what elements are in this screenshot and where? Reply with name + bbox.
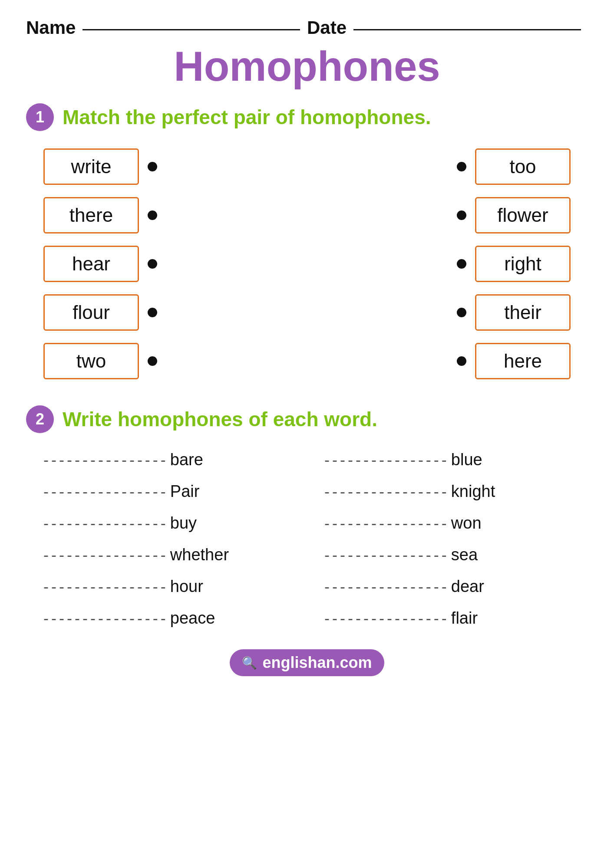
list-item: - - - - - - - - - - - - - - - - dear	[324, 577, 571, 596]
dashes: - - - - - - - - - - - - - - - -	[43, 483, 165, 501]
word-box-their: their	[475, 294, 571, 331]
left-item-2: there	[43, 197, 157, 233]
dashes: - - - - - - - - - - - - - - - -	[43, 546, 165, 564]
left-item-1: write	[43, 148, 157, 185]
word-bare: bare	[170, 450, 203, 469]
dot-flour	[148, 308, 157, 317]
right-item-4: their	[457, 294, 571, 331]
word-knight: knight	[451, 482, 495, 501]
section2-number: 2	[26, 405, 54, 433]
list-item: - - - - - - - - - - - - - - - - blue	[324, 450, 571, 469]
word-box-hear: hear	[43, 246, 139, 282]
dashes: - - - - - - - - - - - - - - - -	[324, 514, 446, 533]
section2-header: 2 Write homophones of each word.	[26, 405, 588, 433]
right-item-1: too	[457, 148, 571, 185]
dashes: - - - - - - - - - - - - - - - -	[43, 514, 165, 533]
left-item-5: two	[43, 343, 157, 379]
word-sea: sea	[451, 546, 478, 564]
write-col-right: - - - - - - - - - - - - - - - - blue - -…	[324, 450, 571, 628]
write-section: - - - - - - - - - - - - - - - - bare - -…	[26, 450, 588, 628]
dashes: - - - - - - - - - - - - - - - -	[324, 483, 446, 501]
word-blue: blue	[451, 450, 482, 469]
match-container: write there hear flour two too flower	[26, 148, 588, 379]
list-item: - - - - - - - - - - - - - - - - buy	[43, 514, 290, 533]
word-box-right: right	[475, 246, 571, 282]
right-item-2: flower	[457, 197, 571, 233]
right-item-3: right	[457, 246, 571, 282]
list-item: - - - - - - - - - - - - - - - - flair	[324, 609, 571, 628]
list-item: - - - - - - - - - - - - - - - - bare	[43, 450, 290, 469]
section1-header: 1 Match the perfect pair of homophones.	[26, 103, 588, 131]
name-label: Name	[26, 17, 76, 38]
date-line	[353, 29, 581, 30]
dot-write	[148, 162, 157, 171]
list-item: - - - - - - - - - - - - - - - - won	[324, 514, 571, 533]
word-dear: dear	[451, 577, 484, 596]
list-item: - - - - - - - - - - - - - - - - sea	[324, 546, 571, 564]
word-box-here: here	[475, 343, 571, 379]
list-item: - - - - - - - - - - - - - - - - hour	[43, 577, 290, 596]
list-item: - - - - - - - - - - - - - - - - peace	[43, 609, 290, 628]
list-item: - - - - - - - - - - - - - - - - Pair	[43, 482, 290, 501]
word-box-flower: flower	[475, 197, 571, 233]
word-box-two: two	[43, 343, 139, 379]
dot-here	[457, 356, 466, 366]
dashes: - - - - - - - - - - - - - - - -	[324, 578, 446, 596]
right-item-5: here	[457, 343, 571, 379]
footer-badge: 🔍 englishan.com	[230, 649, 384, 676]
dashes: - - - - - - - - - - - - - - - -	[43, 578, 165, 596]
section1-instruction: Match the perfect pair of homophones.	[63, 105, 431, 129]
right-words: too flower right their here	[457, 148, 571, 379]
word-box-there: there	[43, 197, 139, 233]
word-won: won	[451, 514, 482, 533]
word-flair: flair	[451, 609, 478, 628]
dot-hear	[148, 259, 157, 269]
dot-there	[148, 210, 157, 220]
word-peace: peace	[170, 609, 215, 628]
left-item-3: hear	[43, 246, 157, 282]
dashes: - - - - - - - - - - - - - - - -	[43, 451, 165, 469]
dashes: - - - - - - - - - - - - - - - -	[324, 451, 446, 469]
section2-instruction: Write homophones of each word.	[63, 408, 377, 431]
word-box-too: too	[475, 148, 571, 185]
word-box-flour: flour	[43, 294, 139, 331]
dashes: - - - - - - - - - - - - - - - -	[43, 609, 165, 628]
page-title: Homophones	[26, 43, 588, 90]
search-icon: 🔍	[242, 656, 257, 670]
footer: 🔍 englishan.com	[26, 649, 588, 676]
write-col-left: - - - - - - - - - - - - - - - - bare - -…	[43, 450, 290, 628]
word-buy: buy	[170, 514, 197, 533]
left-words: write there hear flour two	[43, 148, 157, 379]
list-item: - - - - - - - - - - - - - - - - whether	[43, 546, 290, 564]
dot-too	[457, 162, 466, 171]
dot-two	[148, 356, 157, 366]
word-whether: whether	[170, 546, 229, 564]
section2: 2 Write homophones of each word. - - - -…	[26, 405, 588, 628]
header: Name Date	[26, 17, 588, 38]
word-hour: hour	[170, 577, 203, 596]
left-item-4: flour	[43, 294, 157, 331]
dot-their	[457, 308, 466, 317]
section1-number: 1	[26, 103, 54, 131]
date-label: Date	[307, 17, 347, 38]
dot-flower	[457, 210, 466, 220]
name-line	[83, 29, 300, 30]
word-box-write: write	[43, 148, 139, 185]
dashes: - - - - - - - - - - - - - - - -	[324, 546, 446, 564]
dashes: - - - - - - - - - - - - - - - -	[324, 609, 446, 628]
word-pair: Pair	[170, 482, 200, 501]
dot-right	[457, 259, 466, 269]
list-item: - - - - - - - - - - - - - - - - knight	[324, 482, 571, 501]
footer-url: englishan.com	[262, 654, 372, 672]
